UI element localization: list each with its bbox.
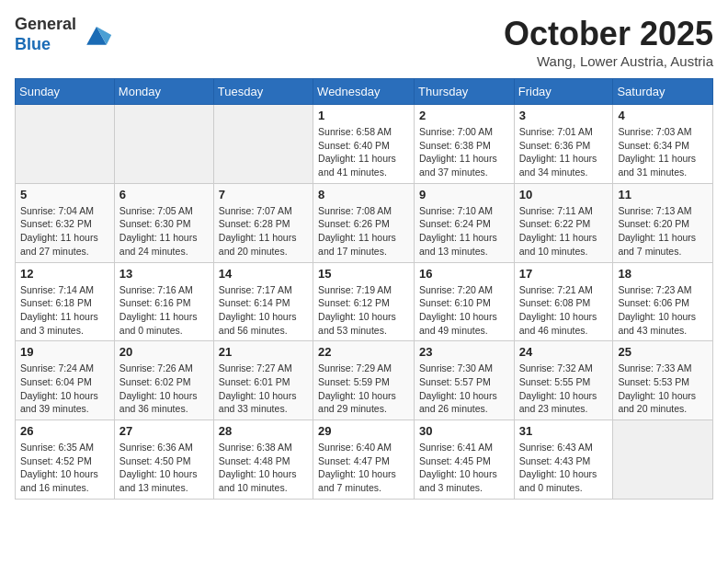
calendar-cell: 18Sunrise: 7:23 AM Sunset: 6:06 PM Dayli… <box>613 262 713 341</box>
title-block: October 2025 Wang, Lower Austria, Austri… <box>504 15 713 69</box>
calendar-cell: 13Sunrise: 7:16 AM Sunset: 6:16 PM Dayli… <box>114 262 213 341</box>
day-number: 15 <box>318 267 409 281</box>
day-number: 12 <box>20 267 109 281</box>
calendar-cell: 23Sunrise: 7:30 AM Sunset: 5:57 PM Dayli… <box>415 341 515 420</box>
day-number: 23 <box>419 345 509 359</box>
day-info: Sunrise: 6:43 AM Sunset: 4:43 PM Dayligh… <box>519 441 609 495</box>
day-number: 30 <box>419 424 509 438</box>
calendar-cell: 17Sunrise: 7:21 AM Sunset: 6:08 PM Dayli… <box>514 262 613 341</box>
calendar-cell: 26Sunrise: 6:35 AM Sunset: 4:52 PM Dayli… <box>16 420 115 500</box>
day-number: 25 <box>618 345 708 359</box>
logo: General Blue <box>15 15 113 54</box>
day-info: Sunrise: 7:10 AM Sunset: 6:24 PM Dayligh… <box>419 204 509 259</box>
calendar-cell: 11Sunrise: 7:13 AM Sunset: 6:20 PM Dayli… <box>613 183 713 262</box>
day-info: Sunrise: 6:58 AM Sunset: 6:40 PM Dayligh… <box>318 125 409 179</box>
day-number: 2 <box>419 109 509 122</box>
day-info: Sunrise: 7:27 AM Sunset: 6:01 PM Dayligh… <box>219 362 308 416</box>
calendar-cell: 2Sunrise: 7:00 AM Sunset: 6:38 PM Daylig… <box>415 105 515 184</box>
calendar-cell: 31Sunrise: 6:43 AM Sunset: 4:43 PM Dayli… <box>514 420 613 500</box>
day-number: 9 <box>419 188 509 201</box>
calendar-cell: 16Sunrise: 7:20 AM Sunset: 6:10 PM Dayli… <box>415 262 515 341</box>
calendar-cell: 7Sunrise: 7:07 AM Sunset: 6:28 PM Daylig… <box>213 183 313 262</box>
day-info: Sunrise: 6:35 AM Sunset: 4:52 PM Dayligh… <box>20 441 109 495</box>
day-info: Sunrise: 7:20 AM Sunset: 6:10 PM Dayligh… <box>419 283 509 338</box>
logo-general: General <box>15 15 76 33</box>
calendar-cell: 29Sunrise: 6:40 AM Sunset: 4:47 PM Dayli… <box>313 420 415 500</box>
day-info: Sunrise: 7:04 AM Sunset: 6:32 PM Dayligh… <box>20 204 109 259</box>
calendar-cell <box>613 420 713 500</box>
calendar-cell: 28Sunrise: 6:38 AM Sunset: 4:48 PM Dayli… <box>213 420 313 500</box>
calendar-cell: 21Sunrise: 7:27 AM Sunset: 6:01 PM Dayli… <box>213 341 313 420</box>
day-info: Sunrise: 7:23 AM Sunset: 6:06 PM Dayligh… <box>618 283 708 338</box>
day-info: Sunrise: 7:21 AM Sunset: 6:08 PM Dayligh… <box>519 283 609 338</box>
day-info: Sunrise: 7:17 AM Sunset: 6:14 PM Dayligh… <box>219 283 308 338</box>
calendar-cell: 10Sunrise: 7:11 AM Sunset: 6:22 PM Dayli… <box>514 183 613 262</box>
day-info: Sunrise: 7:13 AM Sunset: 6:20 PM Dayligh… <box>618 204 708 259</box>
calendar-cell: 8Sunrise: 7:08 AM Sunset: 6:26 PM Daylig… <box>313 183 415 262</box>
day-number: 21 <box>219 345 308 359</box>
calendar-cell: 3Sunrise: 7:01 AM Sunset: 6:36 PM Daylig… <box>514 105 613 184</box>
day-number: 31 <box>519 424 609 438</box>
day-number: 20 <box>119 345 209 359</box>
day-number: 22 <box>318 345 409 359</box>
weekday-header-monday: Monday <box>114 79 213 105</box>
day-number: 6 <box>119 188 209 201</box>
calendar-cell: 24Sunrise: 7:32 AM Sunset: 5:55 PM Dayli… <box>514 341 613 420</box>
calendar-cell: 9Sunrise: 7:10 AM Sunset: 6:24 PM Daylig… <box>415 183 515 262</box>
day-number: 18 <box>618 267 708 281</box>
day-info: Sunrise: 7:14 AM Sunset: 6:18 PM Dayligh… <box>20 283 109 338</box>
calendar-week-1: 1Sunrise: 6:58 AM Sunset: 6:40 PM Daylig… <box>16 105 713 184</box>
calendar-cell: 4Sunrise: 7:03 AM Sunset: 6:34 PM Daylig… <box>613 105 713 184</box>
calendar-cell <box>16 105 115 184</box>
day-info: Sunrise: 7:32 AM Sunset: 5:55 PM Dayligh… <box>519 362 609 416</box>
day-info: Sunrise: 6:41 AM Sunset: 4:45 PM Dayligh… <box>419 441 509 495</box>
day-info: Sunrise: 7:33 AM Sunset: 5:53 PM Dayligh… <box>618 362 708 416</box>
day-number: 10 <box>519 188 609 201</box>
day-number: 4 <box>618 109 708 122</box>
day-info: Sunrise: 7:29 AM Sunset: 5:59 PM Dayligh… <box>318 362 409 416</box>
weekday-header-saturday: Saturday <box>613 79 713 105</box>
weekday-header-friday: Friday <box>514 79 613 105</box>
day-number: 24 <box>519 345 609 359</box>
day-info: Sunrise: 7:01 AM Sunset: 6:36 PM Dayligh… <box>519 125 609 179</box>
day-info: Sunrise: 7:08 AM Sunset: 6:26 PM Dayligh… <box>318 204 409 259</box>
weekday-header-sunday: Sunday <box>16 79 115 105</box>
calendar-week-4: 19Sunrise: 7:24 AM Sunset: 6:04 PM Dayli… <box>16 341 713 420</box>
calendar-cell: 6Sunrise: 7:05 AM Sunset: 6:30 PM Daylig… <box>114 183 213 262</box>
day-info: Sunrise: 7:24 AM Sunset: 6:04 PM Dayligh… <box>20 362 109 416</box>
day-info: Sunrise: 7:19 AM Sunset: 6:12 PM Dayligh… <box>318 283 409 338</box>
day-number: 27 <box>119 424 209 438</box>
day-number: 7 <box>219 188 308 201</box>
calendar-week-3: 12Sunrise: 7:14 AM Sunset: 6:18 PM Dayli… <box>16 262 713 341</box>
calendar-cell: 19Sunrise: 7:24 AM Sunset: 6:04 PM Dayli… <box>16 341 115 420</box>
logo-icon <box>80 18 113 52</box>
day-number: 29 <box>318 424 409 438</box>
calendar-cell: 22Sunrise: 7:29 AM Sunset: 5:59 PM Dayli… <box>313 341 415 420</box>
calendar-week-5: 26Sunrise: 6:35 AM Sunset: 4:52 PM Dayli… <box>16 420 713 500</box>
day-number: 14 <box>219 267 308 281</box>
day-number: 5 <box>20 188 109 201</box>
calendar-cell <box>213 105 313 184</box>
calendar-cell <box>114 105 213 184</box>
calendar-cell: 27Sunrise: 6:36 AM Sunset: 4:50 PM Dayli… <box>114 420 213 500</box>
day-info: Sunrise: 7:00 AM Sunset: 6:38 PM Dayligh… <box>419 125 509 179</box>
calendar-week-2: 5Sunrise: 7:04 AM Sunset: 6:32 PM Daylig… <box>16 183 713 262</box>
calendar-table: SundayMondayTuesdayWednesdayThursdayFrid… <box>15 78 713 500</box>
day-info: Sunrise: 6:40 AM Sunset: 4:47 PM Dayligh… <box>318 441 409 495</box>
day-number: 8 <box>318 188 409 201</box>
day-number: 3 <box>519 109 609 122</box>
day-number: 17 <box>519 267 609 281</box>
day-info: Sunrise: 7:26 AM Sunset: 6:02 PM Dayligh… <box>119 362 209 416</box>
day-number: 16 <box>419 267 509 281</box>
calendar-cell: 5Sunrise: 7:04 AM Sunset: 6:32 PM Daylig… <box>16 183 115 262</box>
weekday-header-thursday: Thursday <box>415 79 515 105</box>
day-info: Sunrise: 7:16 AM Sunset: 6:16 PM Dayligh… <box>119 283 209 338</box>
day-info: Sunrise: 7:11 AM Sunset: 6:22 PM Dayligh… <box>519 204 609 259</box>
day-info: Sunrise: 7:05 AM Sunset: 6:30 PM Dayligh… <box>119 204 209 259</box>
day-info: Sunrise: 6:38 AM Sunset: 4:48 PM Dayligh… <box>219 441 308 495</box>
day-number: 11 <box>618 188 708 201</box>
weekday-header-row: SundayMondayTuesdayWednesdayThursdayFrid… <box>16 79 713 105</box>
day-info: Sunrise: 7:30 AM Sunset: 5:57 PM Dayligh… <box>419 362 509 416</box>
calendar-cell: 14Sunrise: 7:17 AM Sunset: 6:14 PM Dayli… <box>213 262 313 341</box>
day-info: Sunrise: 7:03 AM Sunset: 6:34 PM Dayligh… <box>618 125 708 179</box>
